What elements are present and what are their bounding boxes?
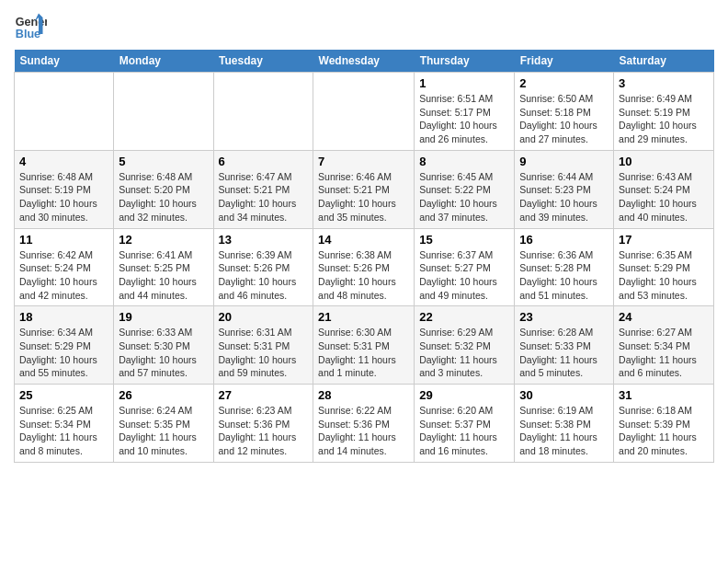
calendar-week-row: 18Sunrise: 6:34 AMSunset: 5:29 PMDayligh… bbox=[15, 306, 714, 385]
calendar-header-monday: Monday bbox=[114, 50, 213, 73]
day-info: Sunrise: 6:50 AMSunset: 5:18 PMDaylight:… bbox=[519, 92, 609, 146]
calendar-cell bbox=[213, 73, 313, 151]
calendar-cell: 4Sunrise: 6:48 AMSunset: 5:19 PMDaylight… bbox=[15, 150, 114, 228]
calendar-cell: 9Sunrise: 6:44 AMSunset: 5:23 PMDaylight… bbox=[515, 150, 614, 228]
day-info: Sunrise: 6:24 AMSunset: 5:35 PMDaylight:… bbox=[119, 404, 208, 458]
calendar-week-row: 1Sunrise: 6:51 AMSunset: 5:17 PMDaylight… bbox=[15, 73, 714, 151]
day-number: 29 bbox=[419, 388, 509, 402]
calendar-cell: 25Sunrise: 6:25 AMSunset: 5:34 PMDayligh… bbox=[15, 385, 114, 463]
day-info: Sunrise: 6:20 AMSunset: 5:37 PMDaylight:… bbox=[419, 404, 509, 458]
day-number: 19 bbox=[119, 310, 208, 324]
day-info: Sunrise: 6:27 AMSunset: 5:34 PMDaylight:… bbox=[619, 326, 709, 380]
day-number: 30 bbox=[519, 388, 609, 402]
day-info: Sunrise: 6:45 AMSunset: 5:22 PMDaylight:… bbox=[419, 170, 509, 224]
calendar-cell: 26Sunrise: 6:24 AMSunset: 5:35 PMDayligh… bbox=[114, 385, 213, 463]
day-number: 3 bbox=[619, 76, 709, 90]
calendar-cell: 2Sunrise: 6:50 AMSunset: 5:18 PMDaylight… bbox=[515, 73, 614, 151]
calendar-week-row: 4Sunrise: 6:48 AMSunset: 5:19 PMDaylight… bbox=[15, 150, 714, 228]
calendar-cell: 8Sunrise: 6:45 AMSunset: 5:22 PMDaylight… bbox=[415, 150, 515, 228]
calendar-header-tuesday: Tuesday bbox=[213, 50, 313, 73]
calendar-cell: 28Sunrise: 6:22 AMSunset: 5:36 PMDayligh… bbox=[313, 385, 415, 463]
day-info: Sunrise: 6:51 AMSunset: 5:17 PMDaylight:… bbox=[419, 92, 509, 146]
day-number: 15 bbox=[419, 233, 509, 247]
svg-text:Blue: Blue bbox=[16, 28, 40, 40]
calendar-cell: 13Sunrise: 6:39 AMSunset: 5:26 PMDayligh… bbox=[213, 228, 313, 306]
calendar-header-row: SundayMondayTuesdayWednesdayThursdayFrid… bbox=[15, 50, 714, 73]
day-info: Sunrise: 6:49 AMSunset: 5:19 PMDaylight:… bbox=[619, 92, 709, 146]
day-number: 27 bbox=[219, 388, 309, 402]
day-info: Sunrise: 6:43 AMSunset: 5:24 PMDaylight:… bbox=[619, 170, 709, 224]
day-info: Sunrise: 6:23 AMSunset: 5:36 PMDaylight:… bbox=[219, 404, 309, 458]
calendar-cell: 3Sunrise: 6:49 AMSunset: 5:19 PMDaylight… bbox=[614, 73, 714, 151]
logo-icon: General Blue bbox=[14, 9, 47, 42]
day-number: 14 bbox=[318, 233, 409, 247]
day-number: 8 bbox=[419, 155, 509, 168]
calendar-cell: 31Sunrise: 6:18 AMSunset: 5:39 PMDayligh… bbox=[614, 385, 714, 463]
calendar-cell: 20Sunrise: 6:31 AMSunset: 5:31 PMDayligh… bbox=[213, 306, 313, 385]
day-number: 7 bbox=[318, 155, 409, 168]
day-number: 4 bbox=[19, 155, 108, 168]
day-info: Sunrise: 6:34 AMSunset: 5:29 PMDaylight:… bbox=[19, 326, 108, 380]
calendar-cell: 14Sunrise: 6:38 AMSunset: 5:26 PMDayligh… bbox=[313, 228, 415, 306]
logo: General Blue bbox=[14, 9, 51, 42]
day-number: 17 bbox=[619, 233, 709, 247]
calendar-cell: 21Sunrise: 6:30 AMSunset: 5:31 PMDayligh… bbox=[313, 306, 415, 385]
day-info: Sunrise: 6:38 AMSunset: 5:26 PMDaylight:… bbox=[318, 248, 409, 303]
calendar-cell: 7Sunrise: 6:46 AMSunset: 5:21 PMDaylight… bbox=[313, 150, 415, 228]
calendar-header-saturday: Saturday bbox=[614, 50, 714, 73]
day-info: Sunrise: 6:48 AMSunset: 5:19 PMDaylight:… bbox=[19, 170, 108, 224]
day-number: 5 bbox=[119, 155, 208, 168]
calendar-week-row: 11Sunrise: 6:42 AMSunset: 5:24 PMDayligh… bbox=[15, 228, 714, 306]
calendar-cell: 12Sunrise: 6:41 AMSunset: 5:25 PMDayligh… bbox=[114, 228, 213, 306]
day-number: 9 bbox=[519, 155, 609, 168]
calendar-header-friday: Friday bbox=[515, 50, 614, 73]
calendar-cell bbox=[313, 73, 415, 151]
day-number: 20 bbox=[219, 310, 309, 324]
calendar-cell: 22Sunrise: 6:29 AMSunset: 5:32 PMDayligh… bbox=[415, 306, 515, 385]
calendar-header-wednesday: Wednesday bbox=[313, 50, 415, 73]
day-info: Sunrise: 6:18 AMSunset: 5:39 PMDaylight:… bbox=[619, 404, 709, 458]
day-number: 24 bbox=[619, 310, 709, 324]
day-info: Sunrise: 6:19 AMSunset: 5:38 PMDaylight:… bbox=[519, 404, 609, 458]
day-number: 31 bbox=[619, 388, 709, 402]
calendar-cell: 11Sunrise: 6:42 AMSunset: 5:24 PMDayligh… bbox=[15, 228, 114, 306]
day-info: Sunrise: 6:47 AMSunset: 5:21 PMDaylight:… bbox=[219, 170, 309, 224]
day-info: Sunrise: 6:30 AMSunset: 5:31 PMDaylight:… bbox=[318, 326, 409, 380]
day-info: Sunrise: 6:37 AMSunset: 5:27 PMDaylight:… bbox=[419, 248, 509, 303]
day-number: 23 bbox=[519, 310, 609, 324]
day-number: 22 bbox=[419, 310, 509, 324]
calendar-cell: 23Sunrise: 6:28 AMSunset: 5:33 PMDayligh… bbox=[515, 306, 614, 385]
calendar-cell: 1Sunrise: 6:51 AMSunset: 5:17 PMDaylight… bbox=[415, 73, 515, 151]
day-number: 26 bbox=[119, 388, 208, 402]
calendar-cell: 10Sunrise: 6:43 AMSunset: 5:24 PMDayligh… bbox=[614, 150, 714, 228]
calendar-header-thursday: Thursday bbox=[415, 50, 515, 73]
day-number: 12 bbox=[119, 233, 208, 247]
calendar-cell bbox=[114, 73, 213, 151]
calendar-header-sunday: Sunday bbox=[15, 50, 114, 73]
day-info: Sunrise: 6:29 AMSunset: 5:32 PMDaylight:… bbox=[419, 326, 509, 380]
calendar-cell: 24Sunrise: 6:27 AMSunset: 5:34 PMDayligh… bbox=[614, 306, 714, 385]
calendar-cell: 15Sunrise: 6:37 AMSunset: 5:27 PMDayligh… bbox=[415, 228, 515, 306]
calendar-cell: 29Sunrise: 6:20 AMSunset: 5:37 PMDayligh… bbox=[415, 385, 515, 463]
day-info: Sunrise: 6:41 AMSunset: 5:25 PMDaylight:… bbox=[119, 248, 208, 303]
day-number: 11 bbox=[19, 233, 108, 247]
day-info: Sunrise: 6:46 AMSunset: 5:21 PMDaylight:… bbox=[318, 170, 409, 224]
calendar-cell bbox=[15, 73, 114, 151]
day-info: Sunrise: 6:22 AMSunset: 5:36 PMDaylight:… bbox=[318, 404, 409, 458]
calendar-cell: 17Sunrise: 6:35 AMSunset: 5:29 PMDayligh… bbox=[614, 228, 714, 306]
day-number: 2 bbox=[519, 76, 609, 90]
calendar-cell: 19Sunrise: 6:33 AMSunset: 5:30 PMDayligh… bbox=[114, 306, 213, 385]
calendar-cell: 5Sunrise: 6:48 AMSunset: 5:20 PMDaylight… bbox=[114, 150, 213, 228]
day-number: 21 bbox=[318, 310, 409, 324]
day-info: Sunrise: 6:33 AMSunset: 5:30 PMDaylight:… bbox=[119, 326, 208, 380]
calendar-cell: 18Sunrise: 6:34 AMSunset: 5:29 PMDayligh… bbox=[15, 306, 114, 385]
calendar-table: SundayMondayTuesdayWednesdayThursdayFrid… bbox=[14, 50, 714, 463]
day-info: Sunrise: 6:35 AMSunset: 5:29 PMDaylight:… bbox=[619, 248, 709, 303]
page-header: General Blue bbox=[14, 9, 714, 42]
calendar-cell: 27Sunrise: 6:23 AMSunset: 5:36 PMDayligh… bbox=[213, 385, 313, 463]
day-info: Sunrise: 6:25 AMSunset: 5:34 PMDaylight:… bbox=[19, 404, 108, 458]
day-info: Sunrise: 6:48 AMSunset: 5:20 PMDaylight:… bbox=[119, 170, 208, 224]
day-info: Sunrise: 6:44 AMSunset: 5:23 PMDaylight:… bbox=[519, 170, 609, 224]
day-number: 6 bbox=[219, 155, 309, 168]
calendar-cell: 16Sunrise: 6:36 AMSunset: 5:28 PMDayligh… bbox=[515, 228, 614, 306]
